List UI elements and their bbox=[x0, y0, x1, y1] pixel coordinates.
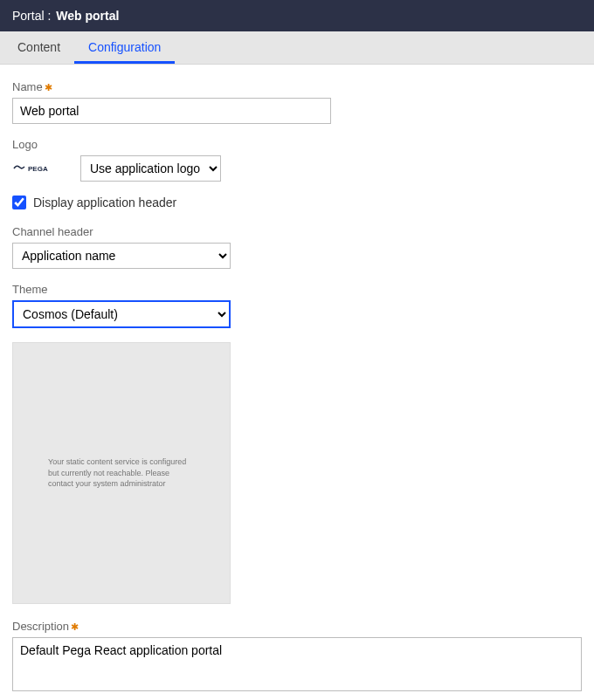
display-header-field: Display application header bbox=[12, 196, 582, 209]
name-label-text: Name bbox=[12, 80, 43, 93]
required-icon: ✱ bbox=[45, 82, 52, 93]
description-label: Description✱ bbox=[12, 620, 582, 633]
theme-field: Theme Cosmos (Default) bbox=[12, 283, 582, 328]
pega-logo-icon: PEGA bbox=[12, 161, 59, 176]
theme-preview: Your static content service is configure… bbox=[12, 342, 231, 604]
channel-header-select[interactable]: Application name bbox=[12, 243, 231, 269]
channel-header-field: Channel header Application name bbox=[12, 225, 582, 269]
tab-bar: Content Configuration bbox=[0, 31, 594, 65]
theme-label: Theme bbox=[12, 283, 582, 296]
description-textarea[interactable] bbox=[12, 637, 582, 691]
description-label-text: Description bbox=[12, 620, 69, 633]
portal-name: Web portal bbox=[56, 9, 119, 23]
logo-label: Logo bbox=[12, 138, 582, 151]
display-header-label: Display application header bbox=[33, 196, 176, 209]
logo-select[interactable]: Use application logo bbox=[80, 155, 221, 182]
logo-field: Logo PEGA Use application logo bbox=[12, 138, 582, 182]
tab-content[interactable]: Content bbox=[3, 31, 74, 64]
name-label: Name✱ bbox=[12, 80, 582, 93]
svg-text:PEGA: PEGA bbox=[28, 165, 48, 173]
portal-label: Portal : bbox=[12, 9, 51, 23]
required-icon: ✱ bbox=[71, 621, 79, 632]
channel-header-label: Channel header bbox=[12, 225, 582, 238]
configuration-form: Name✱ Logo PEGA Use application logo Dis… bbox=[0, 65, 594, 700]
display-header-checkbox[interactable] bbox=[12, 196, 26, 209]
name-input[interactable] bbox=[12, 98, 331, 124]
tab-configuration[interactable]: Configuration bbox=[74, 31, 175, 64]
page-header: Portal : Web portal bbox=[0, 0, 594, 31]
preview-message: Your static content service is configure… bbox=[48, 456, 195, 490]
name-field: Name✱ bbox=[12, 80, 582, 124]
description-field: Description✱ bbox=[12, 620, 582, 694]
theme-select[interactable]: Cosmos (Default) bbox=[12, 300, 231, 328]
